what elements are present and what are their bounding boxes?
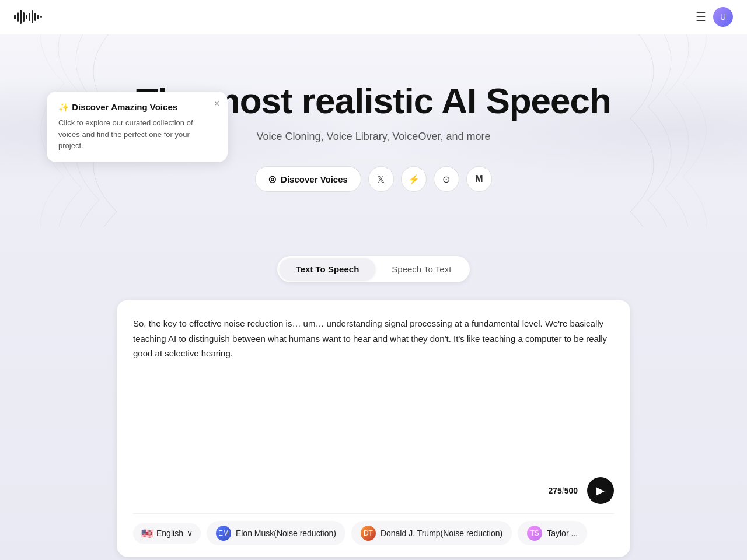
- char-current: 275: [548, 486, 561, 495]
- editor-card: 275/500 ▶ 🇺🇸 English ∨ EM Elon Musk(Nois…: [117, 300, 630, 557]
- popup-title: ✨ Discover Amazing Voices: [58, 102, 216, 113]
- chevron-down-icon: ∨: [187, 528, 193, 538]
- svg-rect-3: [23, 12, 25, 22]
- discover-voices-label: Discover Voices: [281, 174, 348, 184]
- svg-rect-1: [17, 12, 19, 22]
- discord-icon: ⚡: [408, 174, 420, 185]
- navbar: ☰ U: [0, 0, 747, 34]
- svg-rect-5: [29, 13, 30, 21]
- discover-popup-card: × ✨ Discover Amazing Voices Click to exp…: [47, 92, 228, 162]
- mail-icon: M: [475, 174, 483, 184]
- logo-waves: [14, 9, 44, 25]
- svg-rect-7: [34, 13, 36, 21]
- voice-avatar-taylor: TS: [527, 526, 542, 541]
- char-count: 275/500: [548, 486, 578, 495]
- tabs-container: Text To Speech Speech To Text: [277, 256, 470, 282]
- cta-row: ◎ Discover Voices 𝕏 ⚡ ⊙ M: [0, 166, 747, 192]
- voice-name-taylor: Taylor ...: [547, 528, 578, 538]
- user-avatar[interactable]: U: [713, 7, 733, 27]
- logo: [14, 9, 44, 25]
- tab-speech-to-text[interactable]: Speech To Text: [375, 258, 467, 280]
- voice-name-trump: Donald J. Trump(Noise reduction): [381, 528, 502, 538]
- play-button[interactable]: ▶: [587, 477, 614, 504]
- popup-close-button[interactable]: ×: [214, 99, 219, 109]
- language-label: English: [156, 528, 183, 538]
- voice-chip-trump[interactable]: DT Donald J. Trump(Noise reduction): [351, 521, 512, 545]
- svg-rect-9: [40, 16, 42, 18]
- hero-bg-waves-right: [619, 33, 747, 227]
- flag-icon: 🇺🇸: [141, 528, 153, 539]
- play-icon: ▶: [596, 484, 605, 497]
- svg-rect-6: [32, 10, 33, 23]
- twitter-x-icon: 𝕏: [377, 174, 385, 185]
- github-button[interactable]: ⊙: [434, 166, 459, 192]
- main-content: Text To Speech Speech To Text 275/500 ▶ …: [0, 227, 747, 560]
- twitter-x-button[interactable]: 𝕏: [368, 166, 394, 192]
- svg-rect-2: [20, 10, 22, 24]
- mail-button[interactable]: M: [466, 166, 492, 192]
- voice-name-elon: Elon Musk(Noise reduction): [236, 528, 336, 538]
- github-icon: ⊙: [442, 174, 450, 185]
- svg-rect-4: [26, 15, 27, 19]
- tab-text-to-speech[interactable]: Text To Speech: [280, 258, 376, 280]
- voice-chip-elon-musk[interactable]: EM Elon Musk(Noise reduction): [207, 521, 345, 545]
- voice-avatar-trump: DT: [361, 526, 376, 541]
- hamburger-menu-icon[interactable]: ☰: [696, 10, 706, 24]
- hero-section: × ✨ Discover Amazing Voices Click to exp…: [0, 33, 747, 227]
- language-select-button[interactable]: 🇺🇸 English ∨: [133, 523, 201, 544]
- voice-bar: 🇺🇸 English ∨ EM Elon Musk(Noise reductio…: [133, 513, 614, 545]
- logo-icon: [14, 9, 44, 25]
- voice-avatar-elon: EM: [216, 526, 231, 541]
- speech-text-input[interactable]: [133, 316, 614, 468]
- svg-rect-0: [14, 15, 16, 19]
- nav-right: ☰ U: [696, 7, 733, 27]
- voice-chip-taylor[interactable]: TS Taylor ...: [518, 521, 587, 545]
- discover-voices-button[interactable]: ◎ Discover Voices: [255, 166, 361, 192]
- svg-rect-8: [37, 15, 39, 19]
- discord-button[interactable]: ⚡: [401, 166, 427, 192]
- popup-text: Click to explore our curated collection …: [58, 117, 216, 152]
- textarea-footer: 275/500 ▶: [133, 477, 614, 504]
- char-max: 500: [564, 486, 578, 495]
- tabs-row: Text To Speech Speech To Text: [0, 256, 747, 282]
- discover-icon: ◎: [268, 174, 276, 184]
